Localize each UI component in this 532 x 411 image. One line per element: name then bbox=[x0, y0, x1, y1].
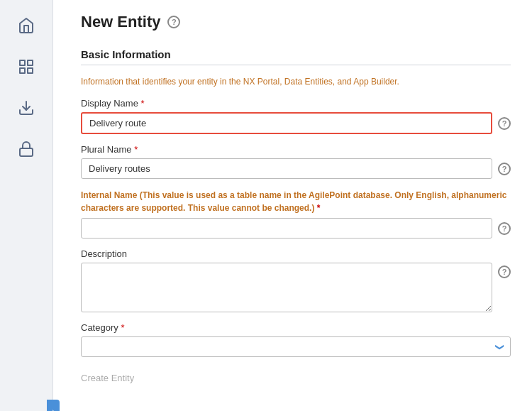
description-group: Description ? bbox=[81, 248, 511, 312]
category-select-wrapper bbox=[81, 336, 511, 357]
category-row bbox=[81, 336, 511, 357]
sidebar-item-lock[interactable] bbox=[8, 131, 45, 168]
internal-name-group: Internal Name (This value is used as a t… bbox=[81, 189, 511, 239]
page-title: New Entity bbox=[81, 13, 160, 31]
display-name-required: * bbox=[141, 98, 145, 109]
description-row: ? bbox=[81, 263, 511, 312]
sidebar-item-grid[interactable] bbox=[8, 48, 45, 85]
sidebar-item-home[interactable] bbox=[8, 7, 45, 44]
internal-name-label: Internal Name (This value is used as a t… bbox=[81, 189, 511, 214]
display-name-label: Display Name * bbox=[81, 98, 511, 109]
display-name-input[interactable] bbox=[81, 112, 492, 134]
description-label: Description bbox=[81, 248, 511, 259]
plural-name-group: Plural Name * ? bbox=[81, 144, 511, 179]
section-divider bbox=[81, 65, 511, 65]
section-title: Basic Information bbox=[81, 48, 511, 60]
sidebar bbox=[0, 0, 53, 411]
svg-rect-5 bbox=[20, 148, 33, 156]
internal-name-row: ? bbox=[81, 218, 511, 239]
plural-name-required: * bbox=[134, 144, 138, 155]
category-required: * bbox=[121, 322, 124, 333]
internal-name-required: * bbox=[317, 203, 321, 213]
sidebar-item-download[interactable] bbox=[8, 89, 45, 126]
category-label: Category * bbox=[81, 322, 511, 333]
plural-name-help-icon[interactable]: ? bbox=[498, 163, 511, 175]
display-name-row: ? bbox=[81, 112, 511, 134]
description-help-icon[interactable]: ? bbox=[498, 265, 511, 278]
create-entity-button[interactable]: Create Entity bbox=[81, 373, 134, 383]
plural-name-label: Plural Name * bbox=[81, 144, 511, 155]
chevron-right-icon: › bbox=[52, 407, 55, 411]
description-textarea[interactable] bbox=[81, 263, 492, 312]
svg-rect-3 bbox=[28, 68, 33, 73]
page-header: New Entity ? bbox=[81, 13, 511, 31]
display-name-group: Display Name * ? bbox=[81, 98, 511, 134]
internal-name-help-icon[interactable]: ? bbox=[498, 222, 511, 235]
info-text: Information that identifies your entity … bbox=[81, 75, 511, 88]
svg-rect-1 bbox=[28, 60, 33, 65]
display-name-help-icon[interactable]: ? bbox=[498, 117, 511, 130]
category-group: Category * bbox=[81, 322, 511, 357]
plural-name-input[interactable] bbox=[81, 158, 492, 179]
internal-name-input[interactable] bbox=[81, 218, 492, 239]
svg-rect-0 bbox=[20, 60, 25, 65]
sidebar-collapse-button[interactable]: › bbox=[47, 400, 60, 411]
page-help-icon[interactable]: ? bbox=[167, 16, 180, 28]
plural-name-row: ? bbox=[81, 158, 511, 179]
svg-rect-2 bbox=[20, 68, 25, 73]
category-select[interactable] bbox=[81, 336, 511, 357]
main-content: New Entity ? Basic Information Informati… bbox=[60, 0, 532, 411]
